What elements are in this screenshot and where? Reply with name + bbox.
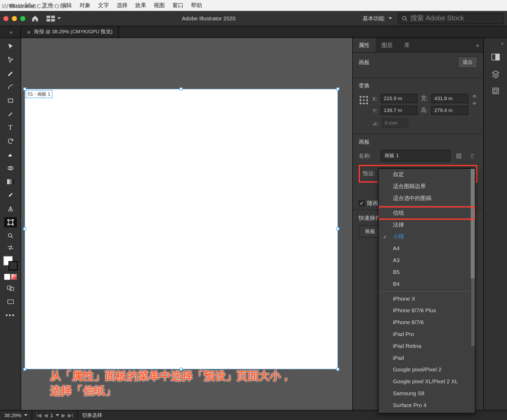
resize-handle[interactable]: [23, 368, 26, 371]
window-controls: [3, 16, 25, 21]
resize-handle[interactable]: [23, 87, 26, 90]
new-artboard-icon[interactable]: [454, 151, 464, 161]
preset-option[interactable]: iPad Retina: [379, 340, 475, 352]
resize-handle[interactable]: [336, 227, 339, 230]
preset-option[interactable]: B5: [379, 266, 475, 278]
dock-properties-icon[interactable]: [490, 52, 501, 63]
tab-properties[interactable]: 属性: [353, 38, 375, 52]
preset-option[interactable]: iPad Pro: [379, 328, 475, 340]
artboard[interactable]: 01 - 画板 1: [25, 89, 338, 369]
preset-option[interactable]: 自定: [379, 169, 475, 180]
preset-option[interactable]: iPhone X: [379, 293, 475, 305]
preset-option[interactable]: Surface Pro 4: [379, 399, 475, 411]
resize-handle[interactable]: [336, 87, 339, 90]
document-tab[interactable]: × 海报 @ 38.29% (CMYK/GPU 预览): [21, 26, 119, 38]
more-tools-icon[interactable]: •••: [4, 310, 17, 320]
menu-object[interactable]: 对象: [79, 2, 91, 9]
close-window-icon[interactable]: [3, 16, 8, 21]
section-title-artboard2: 画板: [359, 138, 477, 146]
y-input[interactable]: 139.7 m: [381, 106, 417, 115]
gradient-tool[interactable]: [4, 177, 17, 187]
preset-option[interactable]: Google pixel/Pixel 2: [379, 364, 475, 376]
reference-point-icon[interactable]: [359, 94, 369, 106]
rectangle-tool[interactable]: [4, 96, 17, 106]
swap-fill-stroke-icon[interactable]: [4, 244, 17, 251]
preset-option[interactable]: Surface Pro 3: [379, 411, 475, 413]
properties-panel: 属性 图层 库 » 画板 退出 变换 X:: [352, 38, 483, 410]
close-tab-icon[interactable]: ×: [27, 29, 30, 35]
x-input[interactable]: 215.9 m: [381, 94, 417, 103]
eyedropper-tool[interactable]: [4, 190, 17, 200]
h-input[interactable]: 279.4 m: [431, 106, 468, 115]
menu-view[interactable]: 视图: [154, 2, 165, 9]
menu-window[interactable]: 窗口: [172, 2, 184, 9]
exit-artboard-button[interactable]: 退出: [458, 57, 477, 68]
w-input[interactable]: 431.8 m: [431, 94, 468, 103]
preset-option[interactable]: A4: [379, 242, 475, 254]
delete-artboard-icon[interactable]: [467, 151, 477, 161]
stroke-color-icon[interactable]: [8, 261, 17, 270]
dock-libraries-icon[interactable]: [490, 85, 501, 96]
artboard-tool[interactable]: [4, 217, 17, 227]
preset-option[interactable]: iPad: [379, 352, 475, 364]
preset-option[interactable]: 适合图稿边界: [379, 180, 475, 192]
preset-option[interactable]: 适合选中的图稿: [379, 192, 475, 204]
dock-collapse-icon[interactable]: «: [501, 41, 504, 46]
curvature-tool[interactable]: [4, 82, 17, 92]
resize-handle[interactable]: [180, 87, 182, 90]
prev-artboard-icon[interactable]: ◀: [44, 412, 48, 418]
perspective-tool[interactable]: [4, 204, 17, 214]
direct-selection-tool[interactable]: [4, 55, 17, 65]
preset-option[interactable]: Google pixel XL/Pixel 2 XL: [379, 376, 475, 388]
next-artboard-icon[interactable]: ▶: [62, 412, 65, 418]
link-wh-icon[interactable]: [472, 94, 477, 107]
selection-tool[interactable]: [4, 41, 17, 52]
dock-layers-icon[interactable]: [490, 68, 501, 80]
preset-option[interactable]: Samsung S8: [379, 388, 475, 399]
preset-option[interactable]: 小报✓: [379, 231, 475, 243]
rotate-tool[interactable]: [4, 136, 17, 146]
artboard-name-input[interactable]: 画板 1: [381, 150, 450, 161]
preset-option[interactable]: B4: [379, 278, 475, 290]
menu-help[interactable]: 帮助: [191, 2, 202, 9]
zoom-level[interactable]: 38.29%: [0, 410, 32, 420]
preset-option[interactable]: 信纸: [379, 207, 475, 219]
type-tool[interactable]: T: [4, 123, 17, 133]
tools-expand-button[interactable]: »: [0, 26, 21, 38]
minimize-window-icon[interactable]: [12, 16, 17, 21]
resize-handle[interactable]: [23, 227, 26, 230]
resize-handle[interactable]: [336, 368, 339, 371]
draw-mode-icon[interactable]: [4, 283, 17, 293]
move-artwork-checkbox[interactable]: ✓: [359, 200, 364, 206]
preset-option[interactable]: iPhone 8/7/6 Plus: [379, 305, 475, 317]
preset-option[interactable]: 法律: [379, 219, 475, 231]
last-artboard-icon[interactable]: ▶I: [68, 412, 73, 418]
pen-tool[interactable]: [4, 68, 17, 78]
svg-point-12: [367, 96, 368, 97]
canvas[interactable]: 01 - 画板 1 从「属性」面板的菜单中选择「预设」页面大小，选择「信纸」: [21, 38, 352, 410]
paintbrush-tool[interactable]: [4, 109, 17, 119]
panel-collapse-icon[interactable]: »: [472, 38, 483, 52]
screen-mode-icon[interactable]: [4, 297, 17, 307]
tab-libraries[interactable]: 库: [398, 38, 416, 52]
tools-panel: T •••: [0, 38, 21, 410]
menu-effect[interactable]: 效果: [135, 2, 146, 9]
first-artboard-icon[interactable]: I◀: [36, 412, 41, 418]
svg-rect-0: [8, 99, 13, 102]
home-button[interactable]: [30, 14, 40, 23]
menu-type[interactable]: 文字: [98, 2, 109, 9]
zoom-tool[interactable]: [4, 231, 17, 241]
shape-builder-tool[interactable]: [4, 163, 17, 173]
menu-select[interactable]: 选择: [117, 2, 128, 9]
preset-option[interactable]: iPhone 8/7/6: [379, 316, 475, 328]
preset-option[interactable]: A3: [379, 254, 475, 266]
stock-search-input[interactable]: 搜索 Adobe Stock: [398, 13, 504, 24]
eraser-tool[interactable]: [4, 150, 17, 160]
arrange-documents-button[interactable]: [46, 15, 61, 21]
zoom-window-icon[interactable]: [20, 16, 25, 21]
color-mode-buttons[interactable]: [4, 274, 17, 280]
artboard-nav[interactable]: I◀ ◀ 1 ▶ ▶I: [32, 410, 78, 420]
fill-stroke-swatch[interactable]: [3, 256, 17, 270]
tab-layers[interactable]: 图层: [375, 38, 398, 52]
workspace-switcher[interactable]: 基本功能: [356, 15, 398, 22]
